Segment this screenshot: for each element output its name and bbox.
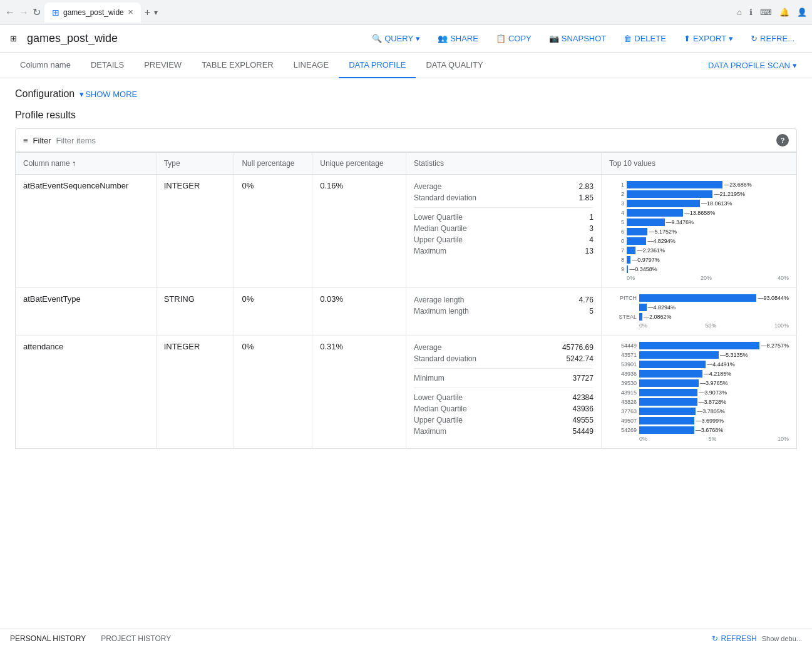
bar-text: —4.4491% — [707, 361, 735, 368]
stat-value: 1 — [589, 213, 594, 222]
refresh-button[interactable]: ↻ REFRE... — [743, 30, 802, 47]
axis-label: 50% — [705, 322, 716, 329]
bar-fill — [627, 237, 646, 245]
snapshot-button[interactable]: 📷 SNAPSHOT — [542, 30, 614, 47]
export-icon: ⬆ — [684, 34, 691, 43]
sort-icon[interactable]: ↑ — [72, 159, 76, 168]
export-dropdown-icon: ▾ — [729, 34, 733, 43]
query-icon: 🔍 — [372, 34, 382, 43]
bar-text: —93.0844% — [758, 295, 789, 301]
tab-table-explorer[interactable]: TABLE EXPLORER — [192, 53, 284, 78]
bar-row: 4—13.8658% — [609, 209, 789, 217]
account-icon[interactable]: 👤 — [797, 8, 807, 17]
bar-label: 6 — [609, 229, 624, 235]
bar-label: 0 — [609, 238, 624, 244]
browser-reload[interactable]: ↻ — [33, 6, 41, 18]
cell-col-type: INTEGER — [156, 175, 234, 288]
bar-fill — [639, 408, 696, 415]
bar-fill — [639, 379, 699, 387]
cell-stats: Average45776.69Standard deviation5242.74… — [406, 336, 601, 449]
show-more-button[interactable]: ▾ SHOW MORE — [80, 90, 137, 99]
cell-top-values: PITCH—93.0844%—4.8294%STEAL—2.0862%0%50%… — [601, 288, 796, 336]
data-profile-scan-button[interactable]: DATA PROFILE SCAN ▾ — [703, 53, 802, 78]
tab-details[interactable]: DETAILS — [81, 53, 134, 78]
cell-unique-pct: 0.03% — [312, 288, 406, 336]
stat-row: Average45776.69 — [414, 342, 594, 353]
bar-row: 54269—3.6768% — [609, 426, 789, 434]
stat-value: 45776.69 — [562, 343, 594, 352]
stat-label: Median Quartile — [414, 224, 467, 233]
cell-null-pct: 0% — [234, 336, 312, 449]
bar-text: —2.2361% — [637, 247, 665, 254]
bar-fill — [639, 417, 694, 424]
bar-text: —3.7805% — [697, 408, 725, 414]
cell-stats: Average2.83Standard deviation1.85Lower Q… — [406, 175, 601, 288]
cell-col-name: atBatEventType — [16, 288, 157, 336]
tab-preview[interactable]: PREVIEW — [134, 53, 192, 78]
table-row: attendanceINTEGER0%0.31%Average45776.69S… — [16, 336, 797, 449]
copy-button[interactable]: 📋 COPY — [488, 30, 539, 47]
bar-text: —23.686% — [724, 182, 752, 188]
table-row: atBatEventTypeSTRING0%0.03%Average lengt… — [16, 288, 797, 336]
filter-icon: ≡ — [23, 136, 28, 145]
stat-value: 37727 — [573, 374, 594, 383]
bell-icon[interactable]: 🔔 — [779, 8, 789, 17]
copy-icon: 📋 — [496, 34, 506, 43]
bar-row: STEAL—2.0862% — [609, 313, 789, 321]
axis-label: 20% — [701, 275, 712, 281]
browser-forward[interactable]: → — [19, 7, 29, 18]
bar-label: 43826 — [609, 399, 637, 405]
bar-row: 54449—8.2757% — [609, 342, 789, 349]
keyboard-icon[interactable]: ⌨ — [760, 8, 772, 17]
tab-lineage[interactable]: LINEAGE — [284, 53, 339, 78]
filter-placeholder[interactable]: Filter items — [56, 136, 96, 145]
col-header-top: Top 10 values — [601, 153, 796, 175]
stat-value: 3 — [589, 224, 594, 233]
configuration-title[interactable]: Configuration ▾ SHOW MORE — [15, 88, 797, 100]
stat-row: Maximum length5 — [414, 306, 594, 317]
stat-row: Maximum54449 — [414, 426, 594, 437]
stat-value: 1.85 — [579, 193, 594, 202]
query-dropdown-icon: ▾ — [416, 34, 420, 43]
bar-fill — [639, 294, 756, 302]
bar-label: 5 — [609, 219, 624, 225]
cell-null-pct: 0% — [234, 175, 312, 288]
tab-dropdown-icon[interactable]: ▾ — [154, 8, 158, 17]
delete-button[interactable]: 🗑 DELETE — [616, 30, 674, 47]
stat-label: Average — [414, 343, 441, 352]
help-button[interactable]: ? — [776, 134, 789, 147]
stat-value: 49555 — [573, 416, 594, 424]
data-table: Column name ↑ Type Null percentage Uniqu… — [15, 152, 797, 449]
stat-row: Median Quartile43936 — [414, 403, 594, 414]
stat-value: 54449 — [573, 427, 594, 436]
info-icon[interactable]: ℹ — [749, 8, 753, 17]
share-button[interactable]: 👥 SHARE — [430, 30, 486, 47]
bar-label: 9 — [609, 266, 624, 272]
query-button[interactable]: 🔍 QUERY ▾ — [364, 30, 428, 47]
tab-data-quality[interactable]: DATA QUALITY — [416, 53, 493, 78]
tab-close-button[interactable]: ✕ — [128, 8, 133, 16]
bar-text: —5.1752% — [649, 229, 677, 235]
axis-label: 5% — [708, 436, 716, 442]
table-row: atBatEventSequenceNumberINTEGER0%0.16%Av… — [16, 175, 797, 288]
bar-text: —3.6768% — [696, 427, 724, 433]
axis-label: 40% — [778, 275, 789, 281]
browser-back[interactable]: ← — [5, 7, 15, 18]
bar-label: 43936 — [609, 371, 637, 377]
tabs-bar: Column name DETAILS PREVIEW TABLE EXPLOR… — [0, 53, 812, 78]
bar-row: 43936—4.2185% — [609, 370, 789, 378]
browser-tab[interactable]: ⊞ games_post_wide ✕ — [44, 3, 141, 23]
home-icon[interactable]: ⌂ — [737, 8, 742, 17]
bar-row: —4.8294% — [609, 304, 789, 311]
bar-row: PITCH—93.0844% — [609, 294, 789, 302]
stat-row: Standard deviation1.85 — [414, 192, 594, 203]
stat-label: Average length — [414, 296, 465, 304]
new-tab-button[interactable]: + — [145, 7, 150, 18]
configuration-section: Configuration ▾ SHOW MORE — [15, 88, 797, 100]
stat-label: Maximum — [414, 427, 446, 436]
cell-col-type: STRING — [156, 288, 234, 336]
tab-schema[interactable]: Column name — [10, 53, 81, 78]
tab-data-profile[interactable]: DATA PROFILE — [339, 53, 416, 78]
bar-text: —4.8294% — [647, 238, 676, 244]
export-button[interactable]: ⬆ EXPORT ▾ — [676, 30, 741, 47]
